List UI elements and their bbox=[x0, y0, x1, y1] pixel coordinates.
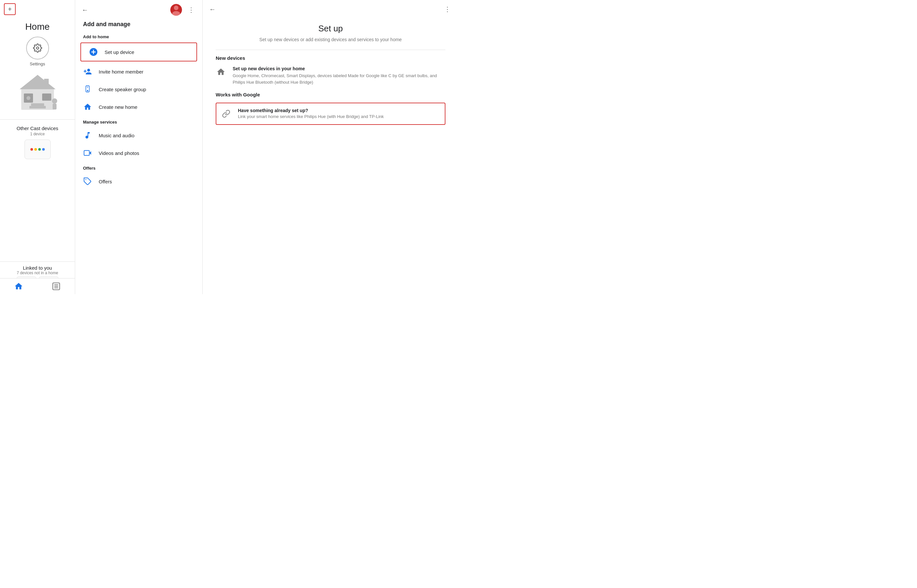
settings-button[interactable] bbox=[26, 37, 49, 60]
panel-setup: ← ⋮ Set up Set up new devices or add exi… bbox=[203, 0, 458, 294]
avatar bbox=[170, 4, 182, 16]
manage-content: Add to home Set up device Invite home me… bbox=[75, 28, 202, 294]
music-and-audio-item[interactable]: Music and audio bbox=[75, 126, 202, 144]
videos-and-photos-item[interactable]: Videos and photos bbox=[75, 144, 202, 162]
plus-button[interactable]: + bbox=[4, 3, 16, 15]
setup-divider bbox=[216, 50, 446, 50]
works-with-content: Have something already set up? Link your… bbox=[238, 108, 440, 120]
cast-devices-title: Other Cast devices bbox=[5, 126, 69, 131]
setup-more-button[interactable]: ⋮ bbox=[441, 4, 453, 15]
list-nav-button[interactable] bbox=[52, 282, 61, 291]
dots-row bbox=[31, 148, 45, 151]
panel-home: + Home Settings bbox=[0, 0, 75, 294]
home-content: Home Settings bbox=[0, 18, 75, 117]
svg-rect-22 bbox=[84, 150, 89, 155]
works-with-section: Works with Google Have something already… bbox=[216, 92, 446, 125]
svg-rect-10 bbox=[53, 103, 57, 110]
house-illustration bbox=[11, 72, 64, 111]
setup-back-button[interactable]: ← bbox=[208, 4, 217, 15]
offers-item[interactable]: Offers bbox=[75, 173, 202, 190]
video-icon bbox=[83, 149, 92, 157]
manage-services-label: Manage services bbox=[75, 116, 202, 126]
new-devices-content: Set up new devices in your home Google H… bbox=[232, 66, 446, 85]
home-title: Home bbox=[25, 21, 50, 32]
new-devices-house-icon bbox=[216, 67, 226, 77]
svg-rect-21 bbox=[87, 87, 88, 87]
link-icon bbox=[221, 108, 231, 119]
invite-home-member-item[interactable]: Invite home member bbox=[75, 63, 202, 81]
manage-title: Add and manage bbox=[83, 21, 131, 28]
offers-icon bbox=[83, 177, 92, 186]
videos-and-photos-label: Videos and photos bbox=[99, 150, 139, 156]
works-with-label: Works with Google bbox=[216, 92, 446, 97]
set-up-device-icon bbox=[89, 48, 98, 56]
cast-devices-section: Other Cast devices 1 device bbox=[0, 122, 75, 166]
svg-point-9 bbox=[52, 99, 57, 103]
manage-header: ← ⋮ bbox=[75, 0, 202, 19]
new-devices-desc: Google Home, Chromecast, Smart Displays,… bbox=[232, 73, 446, 85]
dot-red bbox=[31, 148, 33, 151]
panel-manage: ← ⋮ Add and manage Add to home bbox=[75, 0, 203, 294]
manage-back-button[interactable]: ← bbox=[81, 5, 90, 15]
dot-green bbox=[38, 148, 41, 151]
works-with-desc: Link your smart home services like Phili… bbox=[238, 114, 440, 120]
add-to-home-label: Add to home bbox=[75, 31, 202, 41]
music-icon bbox=[83, 131, 92, 140]
svg-point-16 bbox=[174, 6, 178, 10]
new-devices-label: New devices bbox=[216, 55, 446, 61]
offers-section-label: Offers bbox=[75, 162, 202, 173]
invite-icon bbox=[83, 67, 92, 76]
top-bar: + bbox=[0, 0, 75, 18]
svg-rect-5 bbox=[29, 106, 46, 108]
works-with-item[interactable]: Have something already set up? Link your… bbox=[216, 103, 446, 125]
set-up-device-item[interactable]: Set up device bbox=[81, 42, 197, 61]
dot-blue bbox=[42, 148, 45, 151]
linked-subtitle: 7 devices not in a home bbox=[5, 271, 69, 275]
cast-devices-subtitle: 1 device bbox=[5, 132, 69, 136]
svg-point-7 bbox=[26, 96, 31, 100]
invite-home-member-label: Invite home member bbox=[99, 69, 144, 74]
svg-rect-3 bbox=[44, 79, 49, 86]
music-and-audio-label: Music and audio bbox=[99, 133, 134, 138]
offers-label: Offers bbox=[99, 179, 112, 184]
new-devices-title: Set up new devices in your home bbox=[232, 66, 446, 71]
new-devices-item[interactable]: Set up new devices in your home Google H… bbox=[216, 66, 446, 85]
svg-point-0 bbox=[36, 47, 39, 49]
settings-label: Settings bbox=[30, 61, 45, 66]
setup-content: Set up Set up new devices or add existin… bbox=[203, 18, 458, 294]
dot-yellow bbox=[34, 148, 37, 151]
works-with-title: Have something already set up? bbox=[238, 108, 440, 113]
svg-point-20 bbox=[87, 90, 88, 91]
svg-rect-4 bbox=[31, 103, 44, 106]
setup-header: ← ⋮ bbox=[203, 0, 458, 18]
header-title-area: ← bbox=[81, 4, 182, 16]
manage-title-row: Add and manage bbox=[75, 19, 202, 28]
home-icon bbox=[83, 103, 92, 111]
create-speaker-group-label: Create speaker group bbox=[99, 87, 146, 92]
setup-subtitle: Set up new devices or add existing devic… bbox=[216, 36, 446, 43]
create-new-home-label: Create new home bbox=[99, 104, 137, 110]
cast-device-card[interactable] bbox=[24, 140, 51, 159]
bottom-nav bbox=[0, 278, 75, 294]
speaker-icon bbox=[83, 85, 92, 94]
svg-rect-8 bbox=[42, 94, 51, 101]
manage-more-button[interactable]: ⋮ bbox=[185, 5, 197, 15]
divider-cast bbox=[0, 119, 75, 120]
setup-title: Set up bbox=[216, 24, 446, 34]
linked-title: Linked to you bbox=[5, 265, 69, 271]
create-speaker-group-item[interactable]: Create speaker group bbox=[75, 81, 202, 98]
set-up-device-label: Set up device bbox=[105, 49, 134, 55]
svg-marker-2 bbox=[19, 75, 56, 89]
home-nav-button[interactable] bbox=[14, 282, 23, 291]
create-new-home-item[interactable]: Create new home bbox=[75, 98, 202, 116]
